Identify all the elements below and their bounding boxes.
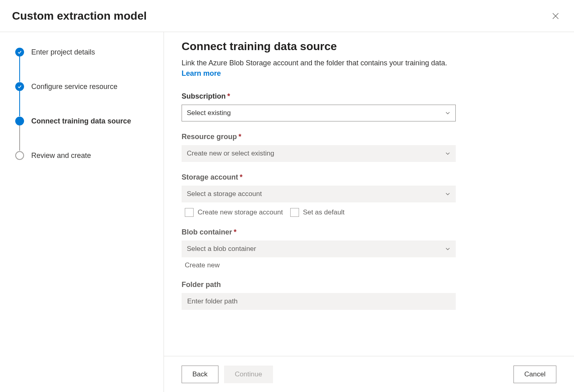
step-label: Enter project details bbox=[31, 48, 95, 57]
chevron-down-icon bbox=[445, 151, 451, 156]
dialog-body: Enter project details Configure service … bbox=[0, 32, 574, 392]
wizard-steps: Enter project details Configure service … bbox=[15, 47, 152, 160]
main-content: Connect training data source Link the Az… bbox=[164, 32, 574, 356]
continue-button: Continue bbox=[224, 366, 273, 383]
create-new-storage-checkbox[interactable]: Create new storage account bbox=[185, 208, 283, 217]
set-as-default-checkbox[interactable]: Set as default bbox=[290, 208, 345, 217]
step-connect-training-data-source[interactable]: Connect training data source bbox=[15, 116, 152, 126]
learn-more-link[interactable]: Learn more bbox=[182, 69, 221, 77]
step-indicator-completed bbox=[15, 82, 24, 91]
page-description-text: Link the Azure Blob Storage account and … bbox=[182, 59, 447, 67]
label-text: Storage account bbox=[182, 173, 238, 181]
step-label: Configure service resource bbox=[31, 83, 117, 91]
close-button[interactable] bbox=[549, 10, 562, 22]
checkbox-box bbox=[185, 208, 194, 217]
step-label: Review and create bbox=[31, 152, 91, 160]
field-storage-account: Storage account* Select a storage accoun… bbox=[182, 173, 456, 217]
field-blob-container: Blob container* Select a blob container … bbox=[182, 228, 456, 269]
storage-account-select: Select a storage account bbox=[182, 186, 456, 202]
footer-left: Back Continue bbox=[182, 366, 273, 383]
check-icon bbox=[17, 50, 22, 55]
field-resource-group: Resource group* Create new or select exi… bbox=[182, 133, 456, 162]
check-icon bbox=[17, 84, 22, 89]
step-connector bbox=[19, 91, 20, 116]
select-value: Create new or select existing bbox=[187, 150, 274, 158]
select-value: Select existing bbox=[187, 109, 231, 117]
storage-account-label: Storage account* bbox=[182, 173, 456, 182]
step-indicator-current bbox=[15, 117, 24, 125]
page-title: Connect training data source bbox=[182, 40, 556, 53]
step-review-and-create[interactable]: Review and create bbox=[15, 151, 152, 160]
field-folder-path: Folder path bbox=[182, 281, 456, 310]
resource-group-label: Resource group* bbox=[182, 133, 456, 141]
subscription-label: Subscription* bbox=[182, 92, 456, 101]
required-marker: * bbox=[240, 173, 243, 181]
chevron-down-icon bbox=[445, 191, 451, 197]
step-connector bbox=[19, 125, 20, 151]
step-indicator-completed bbox=[15, 48, 24, 57]
step-connector bbox=[19, 56, 20, 82]
back-button[interactable]: Back bbox=[182, 366, 218, 383]
checkbox-label: Set as default bbox=[303, 208, 345, 216]
page-description: Link the Azure Blob Storage account and … bbox=[182, 58, 462, 79]
step-indicator-upcoming bbox=[15, 151, 24, 160]
chevron-down-icon bbox=[445, 246, 451, 252]
resource-group-select: Create new or select existing bbox=[182, 145, 456, 162]
storage-account-options: Create new storage account Set as defaul… bbox=[182, 208, 456, 217]
select-value: Select a storage account bbox=[187, 190, 262, 198]
step-label: Connect training data source bbox=[31, 117, 131, 125]
checkbox-label: Create new storage account bbox=[198, 208, 283, 216]
label-text: Subscription bbox=[182, 92, 226, 100]
subscription-select[interactable]: Select existing bbox=[182, 105, 456, 121]
label-text: Resource group bbox=[182, 133, 237, 141]
required-marker: * bbox=[234, 228, 236, 236]
checkbox-box bbox=[290, 208, 299, 217]
step-configure-service-resource[interactable]: Configure service resource bbox=[15, 82, 152, 91]
step-enter-project-details[interactable]: Enter project details bbox=[15, 47, 152, 57]
label-text: Blob container bbox=[182, 228, 232, 236]
dialog-footer: Back Continue Cancel bbox=[164, 356, 574, 392]
dialog-header: Custom extraction model bbox=[0, 0, 574, 32]
folder-path-input[interactable] bbox=[182, 293, 456, 310]
dialog-title: Custom extraction model bbox=[12, 10, 147, 22]
create-new-blob-link[interactable]: Create new bbox=[182, 261, 220, 269]
blob-container-label: Blob container* bbox=[182, 228, 456, 236]
blob-container-select: Select a blob container bbox=[182, 240, 456, 257]
required-marker: * bbox=[227, 92, 230, 100]
required-marker: * bbox=[238, 133, 241, 141]
cancel-button[interactable]: Cancel bbox=[513, 366, 556, 383]
select-value: Select a blob container bbox=[187, 245, 256, 253]
wizard-sidebar: Enter project details Configure service … bbox=[0, 32, 164, 392]
folder-path-label: Folder path bbox=[182, 281, 456, 289]
chevron-down-icon bbox=[445, 110, 451, 116]
main-panel: Connect training data source Link the Az… bbox=[164, 32, 574, 392]
close-icon bbox=[552, 13, 559, 19]
field-subscription: Subscription* Select existing bbox=[182, 92, 456, 121]
